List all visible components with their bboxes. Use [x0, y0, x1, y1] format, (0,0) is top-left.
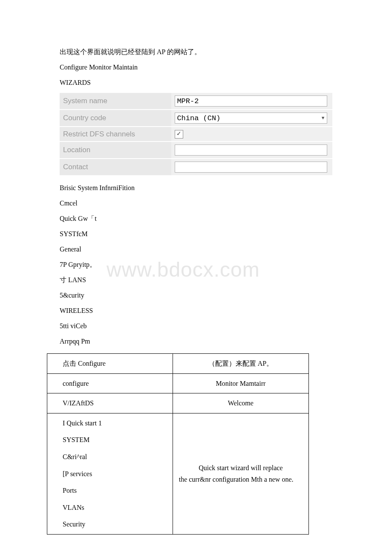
paragraph-line: the curr&nr configuration Mth a new one.	[179, 474, 303, 485]
label-location: Location	[60, 142, 171, 159]
list-item: C&ri^ral	[63, 451, 167, 462]
text-line: General	[60, 244, 332, 254]
text-line: WIRELESS	[60, 306, 332, 316]
text-line: Brisic System InfnrniFition	[60, 183, 332, 193]
list-item: Ports	[63, 485, 167, 496]
list-item: I Quick start 1	[63, 418, 167, 429]
label-country-code: Country code	[60, 110, 171, 127]
location-input[interactable]	[175, 145, 327, 156]
label-restrict-dfs: Restrict DFS channels	[60, 127, 171, 142]
table-cell: （配置）来配置 AP。	[173, 354, 308, 374]
text-line: 7P Gpryitp。	[60, 260, 332, 270]
label-system-name: System name	[60, 93, 171, 110]
text-line: Cmcel	[60, 198, 332, 208]
country-code-value: China (CN)	[177, 114, 220, 122]
list-item: VLANs	[63, 502, 167, 513]
doc-table: 点击 Configure （配置）来配置 AP。 configure Monit…	[47, 353, 309, 535]
text-line: Quick Gw「t	[60, 214, 332, 224]
text-line: 5&curity	[60, 290, 332, 301]
system-name-input[interactable]	[175, 95, 327, 107]
table-cell: Quick start wizard will replace the curr…	[173, 413, 308, 534]
restrict-dfs-checkbox[interactable]	[175, 130, 183, 139]
label-contact: Contact	[60, 159, 171, 176]
text-line: 5tti viCeb	[60, 321, 332, 331]
table-cell: Monitor Mamtairr	[173, 373, 308, 393]
text-line: SYSTfcM	[60, 229, 332, 239]
contact-input[interactable]	[175, 162, 327, 173]
country-code-select[interactable]: China (CN) ▼	[175, 113, 327, 124]
table-cell: V/IZAftDS	[47, 393, 173, 413]
table-cell: I Quick start 1 SYSTEM C&ri^ral [P servi…	[47, 413, 173, 534]
list-item: SYSTEM	[63, 434, 167, 445]
list-item: [P services	[63, 468, 167, 480]
list-item: Security	[63, 519, 167, 530]
intro-text: 出现这个界面就说明已经登陆到 AP 的网站了。	[60, 47, 332, 57]
table-cell: Welcome	[173, 393, 308, 413]
paragraph-line: Quick start wizard will replace	[179, 462, 303, 474]
chevron-down-icon: ▼	[322, 116, 325, 121]
nav-line: Configure Monitor Maintain	[60, 62, 332, 72]
wizards-heading: WIZARDS	[60, 78, 332, 88]
table-cell: 点击 Configure	[47, 354, 173, 374]
table-cell: configure	[47, 373, 173, 393]
text-line: Arrpqq Pm	[60, 336, 332, 347]
text-line: 寸 LANS	[60, 275, 332, 285]
config-form-table: System name Country code China (CN) ▼ Re…	[60, 93, 332, 176]
